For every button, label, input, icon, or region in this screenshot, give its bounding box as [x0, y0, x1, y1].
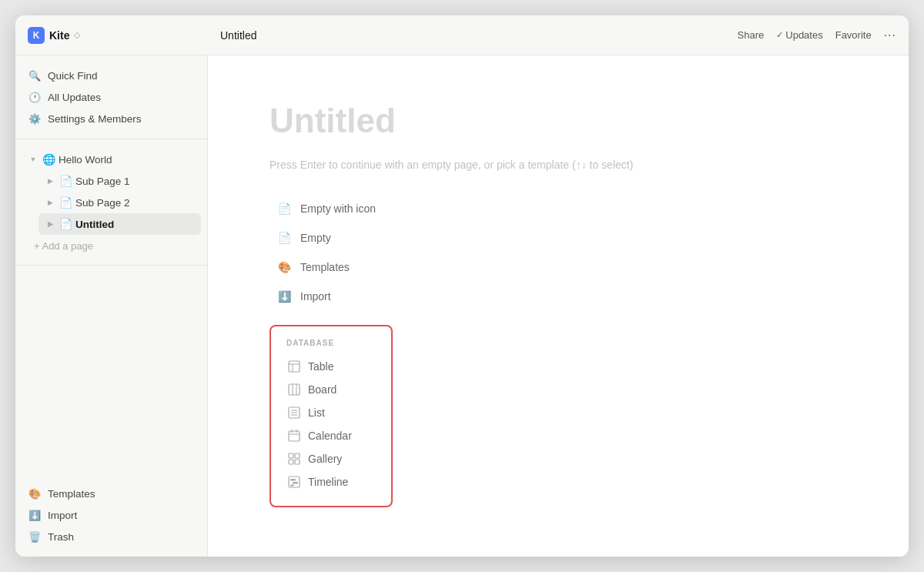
svg-rect-17 — [295, 460, 300, 464]
sidebar-item-quick-find[interactable]: 🔍 Quick Find — [22, 65, 201, 86]
template-list: 📄 Empty with icon 📄 Empty 🎨 Templates ⬇️… — [270, 196, 847, 309]
timeline-label: Timeline — [308, 476, 348, 488]
chevron-right-icon: ▶ — [45, 219, 55, 229]
template-item-empty[interactable]: 📄 Empty — [270, 225, 847, 251]
templates-label: Templates — [48, 488, 95, 500]
clock-icon: 🕐 — [28, 90, 42, 104]
sidebar-item-sub-page-1[interactable]: ▶ 📄 Sub Page 1 — [38, 170, 201, 192]
sidebar-item-sub-page-2[interactable]: ▶ 📄 Sub Page 2 — [38, 192, 201, 213]
import-label: Import — [300, 290, 331, 303]
globe-icon: 🌐 — [42, 152, 55, 166]
updates-button[interactable]: ✓ Updates — [776, 29, 822, 41]
list-icon — [286, 405, 302, 420]
page-icon: 📄 — [59, 217, 72, 231]
favorite-button[interactable]: Favorite — [835, 29, 872, 41]
untitled-label: Untitled — [75, 219, 114, 230]
sidebar-tree: ▼ 🌐 Hello World ▶ 📄 Sub Page 1 ▶ 📄 Sub P… — [15, 146, 207, 259]
empty-with-icon-label: Empty with icon — [300, 202, 376, 215]
svg-rect-19 — [290, 479, 296, 481]
empty-icon: 📄 — [276, 229, 293, 246]
titlebar-page-title: Untitled — [220, 29, 256, 42]
svg-rect-10 — [289, 431, 300, 441]
workspace-chevron-icon: ◇ — [74, 30, 80, 40]
trash-label: Trash — [48, 531, 74, 543]
timeline-icon — [286, 474, 302, 490]
db-item-list[interactable]: List — [286, 401, 376, 424]
add-page-button[interactable]: + Add a page — [22, 236, 201, 256]
db-item-table[interactable]: Table — [286, 355, 376, 378]
db-item-gallery[interactable]: Gallery — [286, 447, 376, 470]
quick-find-label: Quick Find — [48, 70, 98, 82]
settings-label: Settings & Members — [48, 113, 142, 125]
db-item-board[interactable]: Board — [286, 378, 376, 401]
sidebar-bottom: 🎨 Templates ⬇️ Import 🗑️ Trash — [15, 480, 207, 550]
main-content: Untitled Press Enter to continue with an… — [208, 55, 909, 557]
board-icon — [286, 382, 302, 397]
trash-icon: 🗑️ — [28, 530, 42, 544]
sidebar-item-import[interactable]: ⬇️ Import — [22, 504, 201, 526]
svg-rect-20 — [293, 482, 298, 484]
all-updates-label: All Updates — [48, 92, 101, 103]
calendar-label: Calendar — [308, 430, 352, 442]
empty-label: Empty — [300, 232, 331, 244]
sidebar-item-trash[interactable]: 🗑️ Trash — [22, 526, 201, 547]
chevron-right-icon: ▶ — [45, 197, 55, 208]
db-item-timeline[interactable]: Timeline — [286, 470, 376, 493]
sidebar-divider-1 — [15, 139, 207, 139]
import-icon: ⬇️ — [28, 508, 42, 522]
empty-with-icon-icon: 📄 — [276, 200, 293, 217]
calendar-icon — [286, 428, 302, 443]
gallery-label: Gallery — [308, 453, 342, 465]
sidebar-nav: 🔍 Quick Find 🕐 All Updates ⚙️ Settings &… — [15, 62, 207, 132]
main-area: 🔍 Quick Find 🕐 All Updates ⚙️ Settings &… — [15, 55, 909, 557]
app-window: K Kite ◇ Untitled Share ✓ Updates Favori… — [15, 15, 909, 557]
titlebar: K Kite ◇ Untitled Share ✓ Updates Favori… — [15, 15, 909, 55]
svg-rect-14 — [289, 453, 293, 458]
gear-icon: ⚙️ — [28, 112, 42, 125]
board-label: Board — [308, 383, 336, 396]
chevron-right-icon: ▶ — [45, 176, 55, 186]
check-icon: ✓ — [776, 30, 783, 40]
import-label: Import — [48, 510, 77, 521]
sub-page-1-label: Sub Page 1 — [75, 176, 130, 187]
page-hint: Press Enter to continue with an empty pa… — [270, 159, 847, 171]
hello-world-children: ▶ 📄 Sub Page 1 ▶ 📄 Sub Page 2 ▶ 📄 Untitl… — [22, 170, 201, 235]
svg-rect-21 — [290, 485, 294, 487]
table-label: Table — [308, 360, 333, 373]
sidebar: 🔍 Quick Find 🕐 All Updates ⚙️ Settings &… — [15, 55, 208, 557]
sidebar-divider-2 — [15, 265, 207, 266]
sidebar-item-templates[interactable]: 🎨 Templates — [22, 483, 201, 504]
workspace-name[interactable]: Kite — [49, 29, 69, 42]
sidebar-item-hello-world[interactable]: ▼ 🌐 Hello World — [22, 149, 201, 170]
sub-page-2-label: Sub Page 2 — [75, 197, 130, 209]
templates-label: Templates — [300, 261, 350, 273]
more-button[interactable]: ··· — [884, 28, 896, 42]
templates-icon: 🎨 — [276, 259, 293, 276]
sidebar-item-untitled[interactable]: ▶ 📄 Untitled — [38, 213, 201, 235]
sidebar-item-settings[interactable]: ⚙️ Settings & Members — [22, 108, 201, 129]
titlebar-center: Untitled — [213, 29, 738, 42]
table-icon — [286, 359, 302, 374]
templates-icon: 🎨 — [28, 487, 42, 500]
sidebar-item-all-updates[interactable]: 🕐 All Updates — [22, 86, 201, 108]
svg-rect-16 — [289, 460, 293, 464]
workspace-icon[interactable]: K — [28, 27, 45, 44]
template-item-templates[interactable]: 🎨 Templates — [270, 254, 847, 280]
chevron-down-icon: ▼ — [28, 154, 38, 165]
database-section: DATABASE Table — [270, 325, 393, 507]
gallery-icon — [286, 451, 302, 467]
template-item-empty-with-icon[interactable]: 📄 Empty with icon — [270, 196, 847, 222]
svg-rect-15 — [295, 453, 300, 458]
share-button[interactable]: Share — [738, 29, 765, 41]
svg-rect-0 — [289, 361, 300, 372]
add-page-label: + Add a page — [34, 240, 93, 252]
page-title[interactable]: Untitled — [270, 102, 847, 140]
page-icon: 📄 — [59, 196, 72, 209]
list-label: List — [308, 406, 325, 419]
page-icon: 📄 — [59, 174, 72, 188]
workspace-area: K Kite ◇ — [28, 27, 213, 44]
titlebar-actions: Share ✓ Updates Favorite ··· — [738, 28, 896, 42]
template-item-import[interactable]: ⬇️ Import — [270, 283, 847, 309]
hello-world-label: Hello World — [59, 154, 112, 166]
db-item-calendar[interactable]: Calendar — [286, 424, 376, 447]
